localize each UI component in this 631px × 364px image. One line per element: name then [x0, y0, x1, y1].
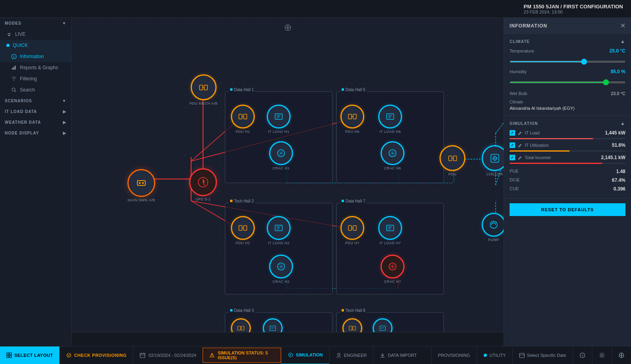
node-it-h2[interactable]: IT LOAD H2 — [267, 216, 291, 245]
node-it-h6[interactable]: IT LOAD H6 — [378, 105, 402, 134]
edit-pencil3-icon[interactable] — [518, 155, 522, 160]
temperature-slider[interactable] — [510, 61, 625, 62]
svg-point-8 — [12, 88, 15, 91]
dcie-label: DCiE — [510, 177, 520, 183]
svg-rect-46 — [353, 114, 356, 119]
select-date-btn[interactable]: Select Specific Date — [512, 346, 572, 364]
pdu-h6-label: PDU H6 — [345, 130, 359, 134]
check-provisioning-btn[interactable]: CHECK PROVISIONING — [59, 346, 133, 364]
node-ups[interactable]: UPS S-1 — [189, 168, 217, 201]
dcie-row: DCiE 67.4% — [510, 176, 625, 185]
node-main-swg[interactable]: MAIN SWG A/B — [127, 169, 155, 202]
svg-point-99 — [484, 354, 487, 357]
simulation-collapse[interactable]: ▲ — [620, 121, 625, 126]
it-h1-icon — [273, 111, 284, 122]
node-pdu-h6[interactable]: PDU H6 — [340, 105, 364, 134]
it-h1-label: IT LOAD H1 — [268, 130, 289, 134]
humidity-slider-wrap[interactable] — [510, 78, 625, 85]
node-crac-h6[interactable]: CRAC H6 — [381, 141, 404, 170]
settings-btn[interactable] — [592, 346, 611, 364]
edit-pencil2-icon[interactable] — [518, 143, 522, 148]
it-load-checkbox[interactable] — [510, 130, 515, 136]
globe-btn[interactable] — [611, 346, 631, 364]
swg-icon — [135, 177, 148, 189]
svg-rect-82 — [349, 326, 352, 330]
temperature-slider-wrap[interactable] — [510, 57, 625, 64]
tech-hall-8-label: Tech Hall 8 — [340, 308, 367, 313]
main-canvas[interactable]: ⊕ — [72, 18, 504, 346]
sidebar-item-information[interactable]: Information — [0, 51, 71, 62]
node-display-label: NODE DISPLAY — [5, 131, 39, 135]
it-util-checkbox[interactable] — [510, 142, 515, 148]
node-pdu-center[interactable]: PDU — [440, 145, 465, 176]
scenarios-section[interactable]: SCENARIOS ▼ — [0, 95, 71, 106]
sidebar-item-filtering[interactable]: Filtering — [0, 73, 71, 84]
chiller-icon — [489, 153, 500, 164]
crosshair-icon: ⊕ — [284, 22, 292, 33]
node-pump-bottom[interactable]: PUMP — [482, 213, 504, 242]
humidity-slider[interactable] — [510, 82, 625, 83]
climate-label: CLIMATE — [510, 39, 530, 44]
cue-label: CUE — [510, 186, 519, 192]
sidebar-item-live[interactable]: LIVE — [0, 29, 71, 40]
climate-collapse[interactable]: ▲ — [620, 39, 625, 44]
crac-h6-label: CRAC H6 — [384, 166, 401, 170]
scenarios-chevron: ▼ — [62, 99, 66, 103]
svg-line-19 — [496, 90, 504, 133]
total-incomer-sim-label: Total Incomer — [510, 155, 551, 160]
crac-h6-icon — [387, 148, 398, 158]
it-load-value: 1,445 kW — [605, 130, 625, 136]
node-crac-h1[interactable]: CRAC H1 — [269, 141, 293, 170]
svg-rect-34 — [199, 85, 203, 90]
tab-data-import[interactable]: DATA IMPORT — [373, 346, 423, 364]
calendar2-icon — [519, 352, 525, 358]
provisioning-tab[interactable]: PROVISIONING — [431, 346, 477, 364]
sim-status-label: SIMULATION STATUS: 5 ISSUE(S) — [218, 350, 274, 360]
svg-rect-5 — [12, 68, 13, 70]
sidebar-item-search[interactable]: Search — [0, 84, 71, 95]
edit-pencil-icon[interactable] — [518, 130, 522, 135]
it-load-section[interactable]: IT LOAD DATA ▶ — [0, 106, 71, 117]
node-crac-h7[interactable]: CRAC H7 — [381, 255, 404, 284]
data-hall-6-label: Data Hall 6 — [340, 87, 367, 92]
crac-h1-icon — [276, 148, 286, 158]
svg-rect-60 — [239, 226, 242, 230]
node-pdu-h1[interactable]: PDU H1 — [231, 105, 255, 134]
help-btn[interactable]: ? — [572, 346, 592, 364]
node-it-h7[interactable]: IT LOAD H7 — [378, 216, 402, 245]
node-pdu-mech[interactable]: PDU MECH A/B — [189, 74, 218, 105]
date-range[interactable]: 02/19/2024 - 02/24/2024 — [133, 346, 203, 364]
tab-engineer[interactable]: ENGINEER — [329, 346, 373, 364]
total-incomer-checkbox[interactable] — [510, 155, 515, 160]
total-incomer-row: Total Incomer 2,145.1 kW — [510, 155, 625, 160]
sidebar: MODES ▼ LIVE QUICK Information Reports &… — [0, 18, 72, 346]
tab-simulation[interactable]: SIMULATION — [281, 346, 329, 364]
select-layout-btn[interactable]: SELECT LAYOUT — [0, 346, 59, 364]
node-chiller[interactable]: CHILLER — [482, 145, 504, 176]
pdu-h2-label: PDU H2 — [236, 241, 250, 245]
utility-tab[interactable]: UTILITY — [477, 346, 512, 364]
climate-header: CLIMATE ▲ — [510, 39, 625, 44]
temperature-row: Temperature 25.0 °C — [510, 48, 625, 54]
svg-point-4 — [14, 55, 14, 56]
cue-value: 0.396 — [613, 186, 625, 192]
svg-rect-100 — [520, 353, 524, 358]
node-pdu-h7[interactable]: PDU H7 — [340, 216, 364, 245]
it-load-row: IT Load 1,445 kW — [510, 130, 625, 136]
weather-section[interactable]: WEATHER DATA ▶ — [0, 117, 71, 128]
humidity-label: Humidity — [510, 69, 527, 74]
utility-label: UTILITY — [490, 353, 506, 358]
sidebar-item-reports[interactable]: Reports & Graphs — [0, 62, 71, 73]
sidebar-item-quick[interactable]: QUICK — [0, 40, 71, 51]
modes-section[interactable]: MODES ▼ — [0, 18, 71, 29]
node-display-section[interactable]: NODE DISPLAY ▶ — [0, 128, 71, 138]
scenarios-label: SCENARIOS — [5, 99, 32, 103]
panel-close-btn[interactable]: ✕ — [620, 22, 625, 29]
simulation-icon — [288, 352, 293, 358]
crac-h2-icon — [276, 261, 286, 272]
data-hall-1-label: Data Hall 1 — [229, 87, 255, 92]
node-pdu-h2[interactable]: PDU H2 — [231, 216, 255, 245]
node-it-h1[interactable]: IT LOAD H1 — [267, 105, 291, 134]
node-crac-h2[interactable]: CRAC H2 — [269, 255, 293, 284]
reset-defaults-btn[interactable]: RESET TO DEFAULTS — [510, 203, 625, 216]
